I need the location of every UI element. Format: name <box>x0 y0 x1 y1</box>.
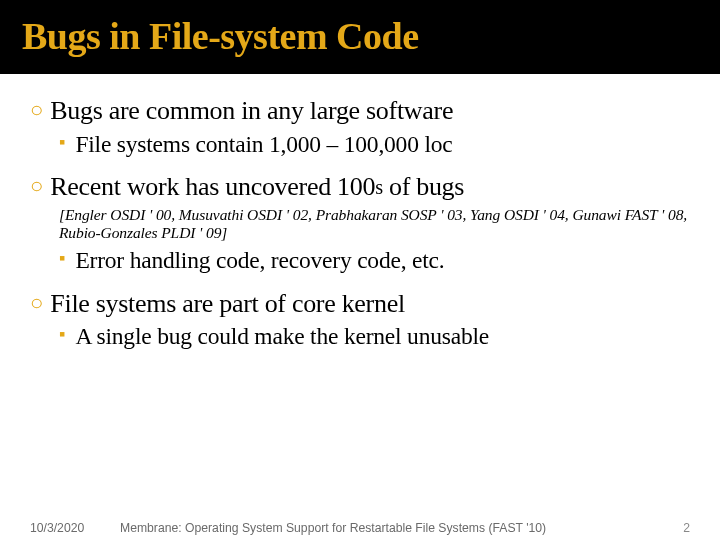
bullet-2: ○ Recent work has uncovered 100s of bugs <box>30 172 690 203</box>
slide-body: ○ Bugs are common in any large software … <box>0 74 720 350</box>
bullet-2-sub-1: ▪ Error handling code, recovery code, et… <box>59 246 690 274</box>
circle-bullet-icon: ○ <box>30 289 43 317</box>
bullet-3-sub-1: ▪ A single bug could make the kernel unu… <box>59 322 690 350</box>
bullet-1-sub-1-text: File systems contain 1,000 – 100,000 loc <box>75 130 452 158</box>
footer-date: 10/3/2020 <box>30 521 84 535</box>
bullet-1-sub-1: ▪ File systems contain 1,000 – 100,000 l… <box>59 130 690 158</box>
square-bullet-icon: ▪ <box>59 246 65 271</box>
slide-title: Bugs in File-system Code <box>22 14 720 58</box>
bullet-3-sub-1-text: A single bug could make the kernel unusa… <box>75 322 489 350</box>
title-bar: Bugs in File-system Code <box>0 0 720 74</box>
bullet-1-text: Bugs are common in any large software <box>50 96 453 127</box>
bullet-3: ○ File systems are part of core kernel <box>30 289 690 320</box>
bullet-2-sub-1-text: Error handling code, recovery code, etc. <box>75 246 444 274</box>
bullet-3-text: File systems are part of core kernel <box>50 289 405 320</box>
square-bullet-icon: ▪ <box>59 322 65 347</box>
bullet-2-citation: [Engler OSDI ' 00, Musuvathi OSDI ' 02, … <box>59 206 690 244</box>
bullet-1: ○ Bugs are common in any large software <box>30 96 690 127</box>
square-bullet-icon: ▪ <box>59 130 65 155</box>
footer-page-number: 2 <box>683 521 690 535</box>
slide: Bugs in File-system Code ○ Bugs are comm… <box>0 0 720 540</box>
circle-bullet-icon: ○ <box>30 172 43 200</box>
footer-title: Membrane: Operating System Support for R… <box>120 521 546 535</box>
bullet-2-text: Recent work has uncovered 100s of bugs <box>50 172 464 203</box>
circle-bullet-icon: ○ <box>30 96 43 124</box>
